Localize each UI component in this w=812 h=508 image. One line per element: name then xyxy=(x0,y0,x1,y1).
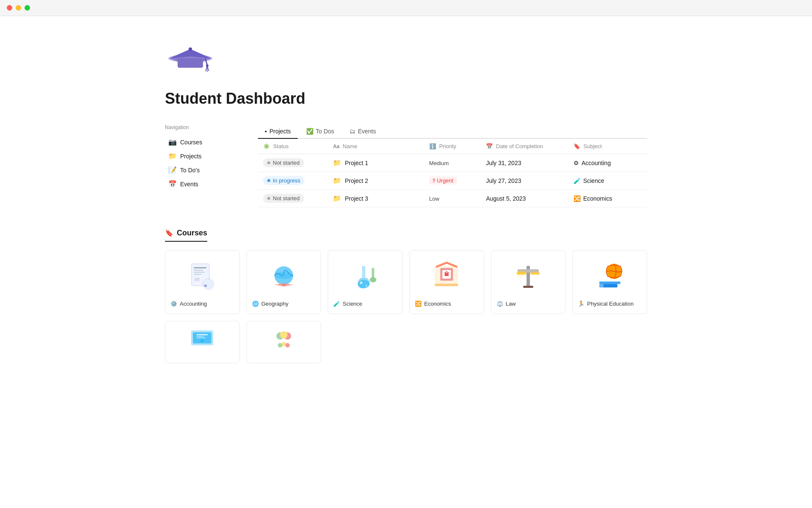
course-card-economics[interactable]: 🏛 🔀 Economics xyxy=(409,250,484,314)
priority-badge-urgent: ‼️ Urgent xyxy=(429,177,457,185)
svg-rect-35 xyxy=(435,284,458,286)
sidebar-item-courses[interactable]: 📷 Courses xyxy=(165,135,241,149)
course-card-pe[interactable]: 🏃 Physical Education xyxy=(572,250,647,314)
status-badge: In progress xyxy=(263,176,304,185)
svg-rect-42 xyxy=(523,286,533,288)
project-name: 📁Project 1 xyxy=(333,159,419,167)
sidebar-item-events[interactable]: 📅 Events xyxy=(165,177,241,190)
date-cell-1: July 27, 2023 xyxy=(481,172,568,190)
svg-point-55 xyxy=(280,331,288,339)
course-card-image-science xyxy=(333,257,397,295)
course-card-law[interactable]: ⚖️ Law xyxy=(491,250,566,314)
sidebar-item-todos[interactable]: 📝 To Do's xyxy=(165,163,241,177)
course-card-label-accounting: ⚙️ Accounting xyxy=(170,301,234,307)
project-file-icon: 📁 xyxy=(333,194,341,202)
table-row[interactable]: Not started📁Project 3LowAugust 5, 2023🔀E… xyxy=(258,190,647,207)
course-card-name-law: Law xyxy=(506,301,516,307)
sidebar-heading: Navigation xyxy=(165,124,241,130)
table-row[interactable]: In progress📁Project 2‼️ UrgentJuly 27, 2… xyxy=(258,172,647,190)
project-name-text: Project 2 xyxy=(345,177,368,184)
tab-events[interactable]: 🗂 Events xyxy=(343,124,383,139)
courses-grid: ⚙️ Accounting 🌐 Geography 🧪 Science xyxy=(165,250,647,314)
minimize-button[interactable] xyxy=(16,5,21,11)
project-name-text: Project 1 xyxy=(345,160,368,166)
table-row[interactable]: Not started📁Project 1MediumJuly 31, 2023… xyxy=(258,154,647,172)
maximize-button[interactable] xyxy=(25,5,30,11)
subject-label: 🔀Economics xyxy=(573,195,642,202)
course-card-accounting[interactable]: ⚙️ Accounting xyxy=(165,250,240,314)
col-header-date: 📅 Date of Completion xyxy=(481,139,568,154)
course-card-name-science: Science xyxy=(343,301,362,307)
sidebar: Navigation 📷 Courses 📁 Projects 📝 To Do'… xyxy=(165,124,241,207)
subject-label: ⚙Accounting xyxy=(573,160,642,166)
course-card-partial-social[interactable] xyxy=(247,321,321,363)
subject-name: Accounting xyxy=(582,160,611,166)
svg-point-29 xyxy=(370,277,376,282)
course-card-icon-geography: 🌐 xyxy=(252,301,259,307)
priority-text: Medium xyxy=(429,160,449,166)
course-card-label-pe: 🏃 Physical Education xyxy=(578,301,642,307)
course-card-geography[interactable]: 🌐 Geography xyxy=(247,250,321,314)
svg-point-58 xyxy=(282,342,286,347)
partial-image-cs xyxy=(187,323,217,356)
priority-cell-1: ‼️ Urgent xyxy=(424,172,481,190)
name-cell-0[interactable]: 📁Project 1 xyxy=(328,154,424,172)
status-dot xyxy=(267,161,270,164)
svg-point-49 xyxy=(201,340,204,342)
table-header-row: ✳️ Status Aa Name ℹ️ Priority 📅 xyxy=(258,139,647,154)
course-card-icon-economics: 🔀 xyxy=(415,301,422,307)
course-card-name-economics: Economics xyxy=(424,301,451,307)
course-card-icon-science: 🧪 xyxy=(333,301,340,307)
project-name: 📁Project 2 xyxy=(333,177,419,185)
col-header-priority: ℹ️ Priority xyxy=(424,139,481,154)
name-cell-1[interactable]: 📁Project 2 xyxy=(328,172,424,190)
svg-rect-28 xyxy=(372,268,374,278)
tab-todos[interactable]: ✅ To Dos xyxy=(299,124,341,139)
course-card-label-science: 🧪 Science xyxy=(333,301,397,307)
tabs-bar: ▪️ Projects ✅ To Dos 🗂 Events xyxy=(258,124,647,139)
svg-rect-12 xyxy=(194,270,203,271)
project-file-icon: 📁 xyxy=(333,177,341,185)
svg-point-26 xyxy=(360,282,362,284)
courses-section: 🔖 Courses ⚙️ Accounting 🌐 xyxy=(165,229,647,363)
status-cell-0: Not started xyxy=(258,154,328,172)
course-card-name-accounting: Accounting xyxy=(180,301,207,307)
course-card-image-economics: 🏛 xyxy=(415,257,479,295)
svg-rect-24 xyxy=(362,266,365,278)
courses-grid-bottom xyxy=(165,321,647,363)
dashboard-layout: Navigation 📷 Courses 📁 Projects 📝 To Do'… xyxy=(165,124,647,207)
name-cell-2[interactable]: 📁Project 3 xyxy=(328,190,424,207)
subject-label: 🧪Science xyxy=(573,177,642,184)
page-title: Student Dashboard xyxy=(165,90,647,108)
course-card-label-law: ⚖️ Law xyxy=(497,301,560,307)
svg-rect-45 xyxy=(602,284,617,287)
course-card-partial-cs[interactable] xyxy=(165,321,240,363)
course-card-science[interactable]: 🧪 Science xyxy=(328,250,403,314)
course-card-icon-accounting: ⚙️ xyxy=(170,301,177,307)
svg-point-40 xyxy=(516,271,527,274)
close-button[interactable] xyxy=(7,5,12,11)
svg-rect-14 xyxy=(194,274,201,275)
svg-rect-51 xyxy=(197,336,204,337)
subject-name: Science xyxy=(583,177,604,184)
tab-projects[interactable]: ▪️ Projects xyxy=(258,124,298,139)
courses-icon: 📷 xyxy=(168,138,177,146)
partial-image-social xyxy=(269,323,299,356)
date-col-icon: 📅 xyxy=(486,143,493,149)
col-header-subject: 🔖 Subject xyxy=(568,139,647,154)
subject-col-icon: 🔖 xyxy=(573,143,580,149)
course-card-image-accounting xyxy=(170,257,234,295)
svg-rect-17 xyxy=(204,279,211,289)
subject-icon: 🧪 xyxy=(573,177,581,184)
svg-rect-23 xyxy=(275,284,292,285)
course-card-label-economics: 🔀 Economics xyxy=(415,301,479,307)
tab-events-label: Events xyxy=(358,128,376,135)
svg-point-41 xyxy=(530,271,540,274)
course-card-icon-pe: 🏃 xyxy=(578,301,584,307)
svg-rect-50 xyxy=(197,334,208,335)
sidebar-item-projects[interactable]: 📁 Projects xyxy=(165,149,241,163)
svg-rect-13 xyxy=(194,272,205,273)
course-card-image-law xyxy=(497,257,560,295)
svg-point-27 xyxy=(365,285,367,287)
priority-cell-2: Low xyxy=(424,190,481,207)
